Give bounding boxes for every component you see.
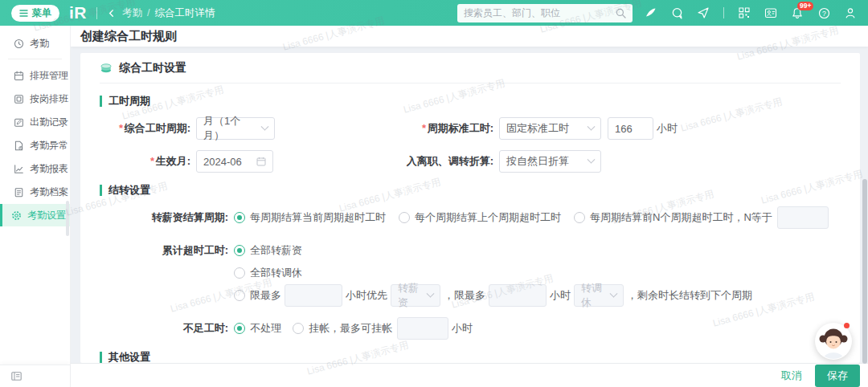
form-row: *生效月: 2024-06 入离职、调转折算: 按自然日折算 [100, 150, 841, 173]
sidebar-item-label: 按岗排班 [30, 92, 68, 106]
sidebar-scrollbar-thumb[interactable] [66, 201, 69, 236]
limit-leave-hours-input[interactable] [489, 284, 547, 307]
notification-badge: 99+ [797, 2, 813, 10]
standard-hours-input[interactable] [608, 117, 653, 140]
insufficient-label: 不足工时: [100, 321, 228, 336]
settlement-n-input[interactable] [777, 206, 829, 229]
settlement-row: 转薪资结算周期: 每周期结算当前周期超时工时 每个周期结算上个周期超时工时 每周… [100, 206, 841, 229]
calendar-icon [256, 157, 266, 166]
chevron-down-icon [427, 289, 435, 297]
priority-select-2[interactable]: 转调休 [574, 284, 624, 307]
sidebar-item-attendance-archive[interactable]: 考勤档案 [0, 181, 70, 203]
settlement-option-current[interactable]: 每周期结算当前周期超时工时 [234, 210, 386, 225]
settlement-label: 转薪资结算周期: [100, 210, 228, 225]
conversion-select[interactable]: 按自然日折算 [499, 150, 601, 173]
edit-icon [14, 117, 24, 128]
sidebar-item-attendance-settings[interactable]: 考勤设置 [0, 204, 70, 226]
global-search[interactable] [457, 4, 633, 22]
sidebar-item-attendance-exception[interactable]: 考勤异常 [0, 134, 70, 157]
file-alert-icon [14, 141, 24, 151]
standard-hours-label: *周期标准工时: [397, 121, 493, 136]
composite-period-select[interactable]: 月（1个月） [196, 117, 275, 140]
clock-icon [14, 39, 24, 49]
assistant-avatar[interactable] [815, 323, 852, 360]
layers-icon [100, 62, 113, 75]
contacts-icon[interactable] [764, 6, 777, 19]
breadcrumb-separator: / [147, 7, 149, 18]
standard-hours-select[interactable]: 固定标准工时 [499, 117, 601, 140]
section-header: 综合工时设置 [100, 53, 841, 84]
topbar-divider [96, 7, 97, 19]
action-footer: 取消 保存 [71, 363, 868, 387]
insufficient-option-none[interactable]: 不处理 [234, 321, 281, 336]
limit-salary-hours-input[interactable] [285, 284, 342, 307]
gear-icon [11, 210, 22, 221]
overtime-option-limit[interactable]: 限最多 小时优先 转薪资 ，限最多 小时 转调休 ，剩余时长结转到下个周期 [234, 284, 755, 307]
sidebar-item-label: 考勤档案 [30, 185, 68, 199]
sidebar-item-attendance-record[interactable]: 出勤记录 [0, 111, 70, 133]
radio-unchecked[interactable] [234, 267, 245, 279]
radio-unchecked[interactable] [574, 212, 585, 223]
composite-period-label: *综合工时周期: [100, 121, 190, 136]
send-icon[interactable] [697, 6, 710, 19]
window-scrollbar-thumb[interactable] [862, 179, 867, 364]
radio-unchecked[interactable] [293, 323, 304, 334]
breadcrumb-section[interactable]: 考勤 [122, 6, 142, 20]
topbar: 菜单 iR 考勤 / 综合工时详情 99+ [0, 0, 868, 26]
sidebar-item-shift-management[interactable]: 排班管理 [0, 64, 70, 87]
credit-hours-unit: 小时 [452, 321, 473, 336]
overtime-row: 累计超时工时: 全部转薪资 全部转调休 限最多 小时优先 转薪资 ，限最多 小 [100, 239, 841, 307]
radio-unchecked[interactable] [234, 290, 245, 301]
effective-month-datepicker[interactable]: 2024-06 [196, 150, 273, 173]
chevron-left-icon [107, 9, 116, 18]
menu-button[interactable]: 菜单 [11, 5, 59, 22]
breadcrumb: 考勤 / 综合工时详情 [122, 6, 215, 20]
sidebar-item-label: 考勤设置 [27, 209, 66, 222]
page-header: 创建综合工时规则 [71, 26, 868, 47]
effective-month-label: *生效月: [100, 154, 190, 169]
sidebar-item-label: 出勤记录 [30, 116, 68, 129]
chevron-down-icon [588, 155, 596, 163]
breadcrumb-current: 综合工时详情 [154, 6, 215, 20]
radio-checked[interactable] [234, 245, 245, 256]
menu-button-label: 菜单 [32, 6, 51, 20]
conversion-label: 入离职、调转折算: [397, 154, 493, 169]
qrcode-icon[interactable] [738, 6, 751, 19]
topbar-actions: 99+ ? [644, 6, 857, 19]
help-icon[interactable]: ? [817, 6, 830, 19]
sidebar-item-label: 考勤 [30, 37, 49, 51]
collapse-icon[interactable] [11, 372, 22, 381]
cancel-button[interactable]: 取消 [781, 369, 802, 383]
search-input[interactable] [464, 7, 616, 18]
message-icon[interactable] [670, 6, 683, 19]
sidebar-item-attendance-report[interactable]: 考勤报表 [0, 157, 70, 180]
sidebar-item-attendance[interactable]: 考勤 [0, 32, 70, 55]
chevron-down-icon [588, 122, 596, 130]
user-icon[interactable] [844, 6, 857, 19]
group-title-other: 其他设置 [100, 352, 841, 363]
back-button[interactable] [107, 9, 116, 18]
quick-wing-icon[interactable] [644, 6, 657, 19]
chart-icon [14, 164, 24, 174]
priority-select-1[interactable]: 转薪资 [391, 284, 440, 307]
form-row: *综合工时周期: 月（1个月） *周期标准工时: 固定标准工时 小时 [100, 117, 841, 140]
settlement-option-previous[interactable]: 每个周期结算上个周期超时工时 [399, 210, 561, 225]
topbar-icon-divider [723, 7, 724, 18]
chevron-down-icon [610, 289, 618, 297]
overtime-option-salary[interactable]: 全部转薪资 [234, 239, 755, 262]
sidebar-item-post-scheduling[interactable]: 按岗排班 [0, 88, 70, 110]
chevron-down-icon [261, 122, 269, 130]
overtime-option-leave[interactable]: 全部转调休 [234, 262, 755, 284]
settlement-option-n[interactable]: 每周期结算前N个周期超时工时，N等于 [574, 210, 772, 225]
sidebar-item-label: 考勤报表 [30, 162, 68, 176]
avatar-notification-dot [844, 323, 850, 328]
radio-unchecked[interactable] [399, 212, 410, 223]
hours-unit: 小时 [657, 121, 678, 136]
save-button[interactable]: 保存 [815, 365, 860, 387]
composite-hours-card: 综合工时设置 工时周期 *综合工时周期: 月（1个月） *周期标准工时: 固定标… [80, 53, 860, 363]
radio-checked[interactable] [234, 212, 245, 223]
insufficient-option-credit[interactable]: 挂帐，最多可挂帐 [293, 321, 392, 336]
notification-bell-icon[interactable]: 99+ [791, 6, 804, 19]
radio-checked[interactable] [234, 323, 245, 334]
credit-hours-input[interactable] [397, 317, 448, 340]
